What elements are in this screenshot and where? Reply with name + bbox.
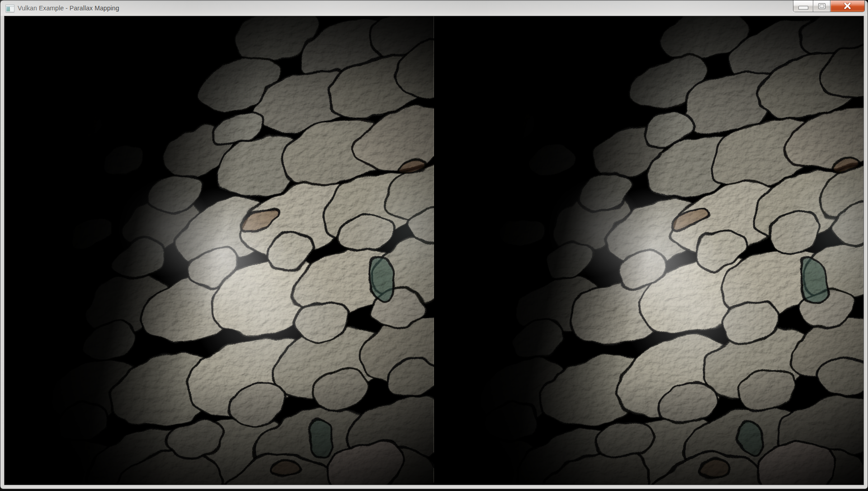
close-button[interactable]: [830, 0, 864, 12]
minimize-button[interactable]: [793, 0, 813, 12]
rock-render-svg: [434, 16, 864, 485]
render-panel-left[interactable]: [5, 16, 434, 485]
close-icon: [844, 3, 851, 10]
maximize-icon: [818, 3, 826, 9]
app-icon-content-lines: [11, 7, 14, 11]
render-panel-right[interactable]: [434, 16, 864, 485]
render-viewport: [4, 16, 864, 485]
maximize-button[interactable]: [813, 0, 830, 12]
minimize-icon: [798, 6, 808, 10]
app-icon-teal-pane: [6, 7, 10, 11]
window-title: Vulkan Example - Parallax Mapping: [18, 5, 119, 12]
titlebar[interactable]: Vulkan Example - Parallax Mapping: [0, 0, 868, 16]
window-controls: [793, 0, 865, 12]
app-window: Vulkan Example - Parallax Mapping: [0, 0, 868, 489]
rock-render-svg: [5, 16, 434, 485]
app-icon: [5, 5, 14, 12]
